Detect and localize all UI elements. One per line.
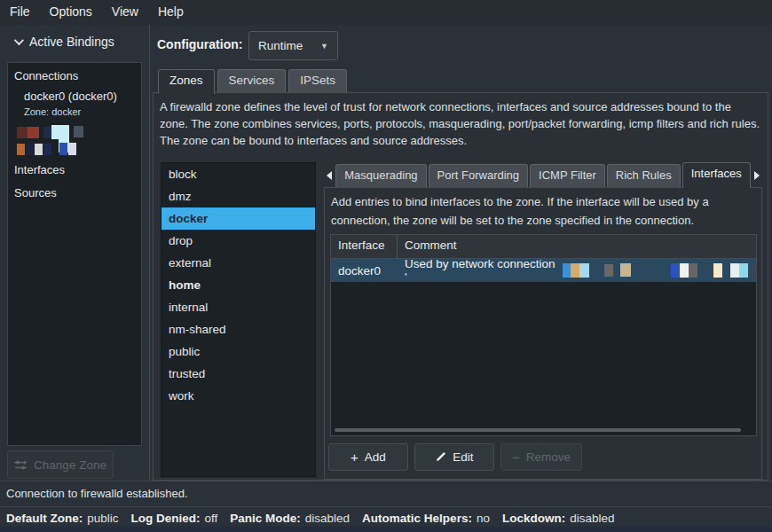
artifact-pixel: [26, 144, 34, 155]
render-artifact-blocks: [17, 125, 83, 156]
change-zone-button[interactable]: Change Zone: [7, 450, 114, 479]
status-value: off: [205, 512, 218, 525]
active-bindings-header[interactable]: Active Bindings: [0, 25, 149, 58]
cell-interface: docker0: [331, 264, 398, 278]
tree-item-connection-docker0[interactable]: docker0 (docker0): [24, 90, 117, 103]
interfaces-table: Interface Comment docker0 Used by networ…: [330, 234, 757, 436]
detail-tabbar: MasqueradingPort ForwardingICMP FilterRi…: [324, 162, 762, 187]
connection-status: Connection to firewalld established.: [6, 487, 188, 500]
artifact-pixel: [579, 263, 589, 278]
artifact-pixel: [17, 127, 28, 138]
horizontal-scrollbar[interactable]: [335, 428, 741, 432]
edit-button[interactable]: Edit: [414, 443, 494, 471]
artifact-pixel: [713, 263, 722, 278]
status-label: Log Denied:: [131, 512, 201, 525]
artifact-pixel: [689, 263, 697, 278]
status-label: Panic Mode:: [230, 512, 301, 525]
menu-view[interactable]: View: [102, 0, 148, 25]
tab-icmp-filter[interactable]: ICMP Filter: [530, 164, 605, 187]
add-button[interactable]: + Add: [328, 443, 408, 471]
status-item-automatic-helpers: Automatic Helpers:no: [362, 512, 490, 525]
table-row-docker0[interactable]: docker0 Used by network connection ': [331, 259, 756, 282]
firewall-config-window: FileOptionsViewHelp Active Bindings Conn…: [0, 0, 772, 532]
pencil-icon: [435, 451, 446, 463]
column-header-comment[interactable]: Comment: [398, 235, 756, 258]
zone-item-home[interactable]: home: [161, 274, 315, 296]
zone-item-internal[interactable]: internal: [161, 296, 315, 318]
artifact-pixel: [28, 127, 39, 138]
artifact-pixel: [748, 263, 755, 278]
zone-item-dmz[interactable]: dmz: [161, 185, 315, 207]
tree-item-connections[interactable]: Connections: [14, 69, 78, 82]
menu-help[interactable]: Help: [148, 0, 193, 25]
configuration-value: Runtime: [258, 39, 315, 52]
minus-icon: −: [512, 450, 520, 464]
zone-item-public[interactable]: public: [161, 340, 315, 363]
menu-options[interactable]: Options: [40, 0, 102, 25]
change-zone-label: Change Zone: [34, 458, 106, 472]
zone-detail-panel: MasqueradingPort ForwardingICMP FilterRi…: [324, 162, 762, 480]
active-bindings-label: Active Bindings: [29, 35, 114, 49]
artifact-pixel: [739, 263, 748, 278]
artifact-pixel: [43, 127, 51, 138]
artifact-pixel: [51, 125, 69, 139]
cell-comment: Used by network connection ': [398, 257, 756, 284]
statusbar: Connection to firewalld established. Def…: [0, 481, 772, 532]
zone-item-work[interactable]: work: [161, 385, 315, 407]
zone-item-trusted[interactable]: trusted: [161, 363, 315, 385]
detail-tabs-container: MasqueradingPort ForwardingICMP FilterRi…: [335, 162, 751, 187]
zone-description: A firewalld zone defines the level of tr…: [160, 98, 761, 149]
remove-button[interactable]: − Remove: [500, 443, 582, 471]
tab-ipsets[interactable]: IPSets: [288, 69, 347, 93]
column-header-interface[interactable]: Interface: [331, 235, 397, 258]
active-bindings-sidebar: Active Bindings Connections docker0 (doc…: [0, 25, 150, 481]
status-item-default-zone: Default Zone:public: [6, 512, 119, 525]
connection-zone-label: Zone: docker: [24, 106, 81, 117]
firewall-status-summary: Default Zone:publicLog Denied:offPanic M…: [6, 512, 614, 525]
status-item-lockdown: Lockdown:disabled: [502, 512, 615, 525]
zone-item-nm-shared[interactable]: nm-shared: [161, 318, 315, 340]
tab-services[interactable]: Services: [217, 69, 287, 93]
artifact-pixel: [68, 143, 76, 155]
zone-item-drop[interactable]: drop: [161, 230, 315, 252]
tab-scroll-right-button[interactable]: [752, 164, 762, 187]
zone-list: blockdmzdockerdropexternalhomeinternalnm…: [161, 162, 316, 477]
status-label: Default Zone:: [6, 512, 83, 525]
zone-item-block[interactable]: block: [161, 163, 315, 185]
status-label: Automatic Helpers:: [362, 512, 472, 525]
status-label: Lockdown:: [502, 512, 565, 525]
remove-button-label: Remove: [526, 450, 571, 464]
arrow-left-icon: [327, 171, 332, 180]
edit-button-label: Edit: [453, 450, 473, 464]
artifact-pixel: [620, 263, 631, 277]
tab-masquerading[interactable]: Masquerading: [335, 164, 426, 187]
tab-interfaces[interactable]: Interfaces: [682, 162, 751, 188]
tree-item-sources[interactable]: Sources: [14, 186, 57, 200]
zone-item-external[interactable]: external: [161, 252, 315, 274]
status-value: public: [87, 512, 118, 525]
tab-scroll-left-button[interactable]: [324, 164, 334, 187]
configuration-dropdown[interactable]: Runtime ▼: [248, 31, 338, 60]
status-value: disabled: [570, 512, 614, 525]
add-button-label: Add: [365, 450, 386, 464]
tree-item-interfaces[interactable]: Interfaces: [14, 163, 65, 176]
interfaces-description: Add entries to bind interfaces to the zo…: [331, 192, 755, 230]
tab-port-forwarding[interactable]: Port Forwarding: [429, 164, 528, 187]
menu-file[interactable]: File: [0, 0, 40, 25]
tab-rich-rules[interactable]: Rich Rules: [607, 164, 681, 187]
plus-icon: +: [351, 450, 358, 464]
menubar: FileOptionsViewHelp: [0, 0, 772, 25]
artifact-pixel: [671, 263, 680, 278]
chevron-down-icon: [14, 35, 24, 45]
zone-item-docker[interactable]: docker: [161, 207, 315, 230]
status-value: no: [477, 512, 490, 525]
tab-zones[interactable]: Zones: [158, 69, 215, 94]
artifact-pixel: [730, 263, 739, 278]
bottom-panel-edge: [0, 527, 772, 532]
artifact-pixel: [563, 263, 571, 278]
arrow-right-icon: [754, 171, 760, 180]
interfaces-tab-content: Add entries to bind interfaces to the zo…: [324, 187, 762, 480]
artifact-pixel: [604, 264, 613, 277]
artifact-pixel: [59, 143, 67, 155]
table-header: Interface Comment: [331, 235, 756, 259]
